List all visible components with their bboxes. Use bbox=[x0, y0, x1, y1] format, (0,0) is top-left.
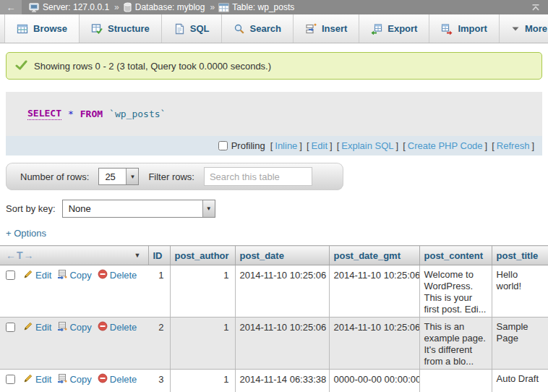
header-actions-cell: ←T→ ▼ bbox=[0, 246, 148, 265]
tab-insert[interactable]: Insert bbox=[294, 14, 359, 43]
copy-link[interactable]: Copy bbox=[57, 373, 91, 385]
breadcrumb-separator: » bbox=[210, 2, 215, 12]
bracket: [ bbox=[337, 140, 340, 151]
browse-icon bbox=[17, 23, 28, 35]
tab-bar: Browse Structure SQL Search Insert bbox=[0, 14, 548, 43]
filter-rows-label: Filter rows: bbox=[148, 171, 194, 182]
number-of-rows-select[interactable]: 25 ▼ bbox=[98, 168, 139, 185]
filter-search-input[interactable] bbox=[204, 167, 312, 186]
cell-post-title: Hello world! bbox=[492, 265, 548, 318]
tab-export[interactable]: Export bbox=[359, 14, 429, 43]
sql-keyword-from: FROM bbox=[80, 108, 103, 119]
row-checkbox[interactable] bbox=[6, 323, 15, 332]
row-checkbox[interactable] bbox=[6, 270, 15, 280]
edit-query-link[interactable]: Edit bbox=[312, 140, 327, 151]
tab-import[interactable]: Import bbox=[429, 14, 499, 43]
delete-icon bbox=[98, 373, 108, 385]
column-header-post-date[interactable]: post_date bbox=[235, 246, 329, 265]
number-of-rows-label: Number of rows: bbox=[20, 171, 89, 182]
copy-icon bbox=[57, 321, 67, 333]
copy-link[interactable]: Copy bbox=[57, 269, 91, 281]
chevron-down-icon bbox=[511, 26, 520, 32]
bracket: [ bbox=[492, 140, 495, 151]
row-actions-cell: Edit Copy Delete bbox=[0, 370, 148, 392]
phpmyadmin-screen: ← Server: 127.0.0.1 » Database: myblog »… bbox=[0, 0, 548, 392]
copy-link[interactable]: Copy bbox=[57, 321, 91, 333]
cell-post-date: 2014-11-10 10:25:06 bbox=[235, 318, 329, 370]
caret-down-icon: ▼ bbox=[126, 169, 138, 184]
tab-sql-label: SQL bbox=[190, 23, 210, 34]
caret-down-icon[interactable]: ▼ bbox=[134, 252, 141, 259]
cell-post-date-gmt: 2014-11-10 10:25:06 bbox=[329, 318, 419, 370]
cell-post-content bbox=[419, 370, 492, 392]
sql-query[interactable]: SELECT * FROM `wp_posts` bbox=[6, 92, 542, 136]
query-box: SELECT * FROM `wp_posts` Profiling [ Inl… bbox=[6, 92, 542, 155]
breadcrumb-server[interactable]: Server: 127.0.0.1 bbox=[43, 2, 109, 12]
delete-label: Delete bbox=[110, 270, 137, 281]
cell-id: 3 bbox=[148, 370, 170, 392]
column-header-post-title[interactable]: post_title bbox=[492, 246, 548, 265]
profiling-checkbox[interactable] bbox=[218, 141, 228, 150]
inline-link[interactable]: Inline bbox=[275, 140, 297, 151]
transpose-control[interactable]: ←T→ bbox=[4, 250, 35, 261]
refresh-link[interactable]: Refresh bbox=[497, 140, 530, 151]
breadcrumb: ← Server: 127.0.0.1 » Database: myblog »… bbox=[0, 0, 548, 14]
cell-post-content: Welcome to WordPress. This is your first… bbox=[419, 265, 492, 318]
cell-post-date-gmt: 2014-11-10 10:25:06 bbox=[329, 265, 419, 318]
cell-post-date: 2014-11-10 10:25:06 bbox=[235, 265, 329, 318]
column-header-post-author[interactable]: post_author bbox=[170, 246, 235, 265]
delete-link[interactable]: Delete bbox=[98, 321, 137, 333]
bracket: [ bbox=[270, 140, 273, 151]
tab-search[interactable]: Search bbox=[222, 14, 294, 43]
tab-browse[interactable]: Browse bbox=[4, 14, 80, 43]
options-toggle-link[interactable]: + Options bbox=[6, 228, 46, 239]
database-icon bbox=[123, 2, 132, 12]
status-text: Showing rows 0 - 2 (3 total, Query took … bbox=[34, 61, 271, 72]
table-row: Edit Copy Delete 2 1 2014-11-10 10:25:06… bbox=[0, 318, 548, 370]
number-of-rows-value: 25 bbox=[99, 169, 126, 184]
breadcrumb-table[interactable]: Table: wp_posts bbox=[232, 2, 294, 12]
search-icon bbox=[234, 23, 245, 35]
table-icon bbox=[218, 3, 229, 12]
sql-star: * bbox=[68, 108, 74, 119]
copy-icon bbox=[57, 373, 67, 385]
create-php-code-link[interactable]: Create PHP Code bbox=[408, 140, 483, 151]
edit-link[interactable]: Edit bbox=[23, 321, 51, 333]
delete-label: Delete bbox=[110, 322, 137, 333]
edit-label: Edit bbox=[35, 374, 51, 385]
success-check-icon bbox=[15, 60, 27, 72]
delete-link[interactable]: Delete bbox=[98, 373, 137, 385]
tab-more[interactable]: More bbox=[500, 14, 548, 43]
bracket: ] bbox=[299, 140, 302, 151]
delete-label: Delete bbox=[110, 374, 137, 385]
cell-id: 1 bbox=[148, 265, 170, 318]
delete-link[interactable]: Delete bbox=[98, 269, 137, 281]
sort-by-key-select[interactable]: None ▼ bbox=[62, 200, 215, 218]
tab-import-label: Import bbox=[458, 23, 487, 34]
collapse-icon[interactable] bbox=[531, 4, 541, 12]
column-header-post-content[interactable]: post_content bbox=[419, 246, 492, 265]
edit-link[interactable]: Edit bbox=[23, 269, 51, 281]
column-header-post-date-gmt[interactable]: post_date_gmt bbox=[329, 246, 419, 265]
column-header-id[interactable]: ID bbox=[148, 246, 170, 265]
cell-post-author: 1 bbox=[170, 265, 235, 318]
tab-structure[interactable]: Structure bbox=[80, 14, 162, 43]
back-button[interactable]: ← bbox=[0, 0, 22, 14]
cell-post-author: 1 bbox=[170, 318, 235, 370]
breadcrumb-separator: » bbox=[114, 2, 119, 12]
copy-label: Copy bbox=[69, 322, 91, 333]
edit-link[interactable]: Edit bbox=[23, 373, 51, 385]
results-table: ←T→ ▼ ID post_author post_date post_date… bbox=[0, 245, 548, 392]
delete-icon bbox=[98, 269, 108, 281]
breadcrumb-database[interactable]: Database: myblog bbox=[135, 2, 205, 12]
sort-by-key-value: None bbox=[63, 200, 202, 217]
explain-sql-link[interactable]: Explain SQL bbox=[341, 140, 393, 151]
back-arrow-icon: ← bbox=[7, 2, 16, 13]
row-actions-cell: Edit Copy Delete bbox=[0, 318, 148, 370]
query-footer: Profiling [ Inline ] [ Edit ] [ Explain … bbox=[6, 136, 542, 155]
sort-by-key-label: Sort by key: bbox=[6, 203, 56, 214]
row-checkbox[interactable] bbox=[6, 375, 15, 384]
tab-search-label: Search bbox=[250, 23, 281, 34]
table-header-row: ←T→ ▼ ID post_author post_date post_date… bbox=[0, 246, 548, 265]
tab-sql[interactable]: SQL bbox=[162, 14, 222, 43]
